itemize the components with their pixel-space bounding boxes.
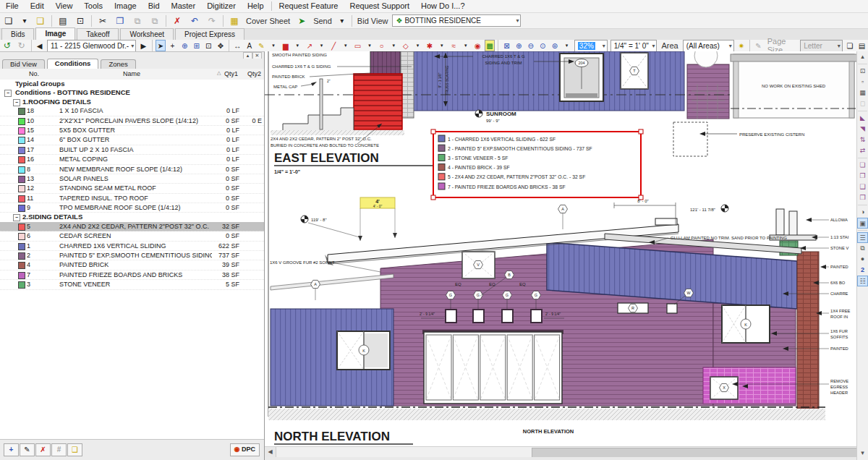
nav-back-icon[interactable]: ↺ [1,38,14,53]
scroll-left-icon[interactable]: ◀ [265,447,276,457]
grid-header[interactable]: No. Name △ Qty1 Qty2 [0,69,264,80]
eraser-icon[interactable]: ◻ [857,98,868,109]
collapse-box-icon[interactable]: − [13,214,20,221]
zoom-out-icon[interactable]: ⊖ [525,40,536,51]
page-icon[interactable]: ❏ [845,40,856,51]
rotate-right-icon[interactable]: ◥ [857,124,868,135]
copy-icon[interactable]: ❐ [112,14,128,28]
nav-forward-icon[interactable]: ↻ [15,38,28,53]
star-dropdown-icon[interactable]: ▾ [436,40,447,51]
tab-project-express[interactable]: Project Express [175,28,244,40]
sidebar-expand-icon[interactable]: ▾ [857,448,868,459]
dpc-button[interactable]: ◉ DPC [230,443,260,456]
takeoff-legend[interactable]: 1 - CHARRED 1X6 VERTICAL SLIDING - 622 S… [431,129,643,200]
list-view-icon[interactable]: ☰ [857,232,868,243]
tab-conditions[interactable]: Conditions [47,59,99,69]
ellipse-dropdown-icon[interactable]: ▾ [388,40,399,51]
rect-dropdown-icon[interactable]: ▾ [365,40,375,51]
wand-icon[interactable]: ✷ [736,40,747,51]
table-row[interactable]: 13SOLAR PANELS0 SF [0,174,264,184]
dot-icon[interactable]: ● [857,254,868,265]
polygon-dropdown-icon[interactable]: ▾ [412,40,423,51]
horizontal-scrollbar[interactable]: ◀ [265,446,857,458]
image-area-icon[interactable]: ▩ [485,40,495,51]
new-group-button[interactable]: ❑ [67,443,82,456]
pencil-tool-icon[interactable]: ✎ [256,40,267,51]
print-preview-icon[interactable]: ⊡ [72,14,88,28]
tree-group-conditions[interactable]: −Conditions - BOTTING RESIDENCE [0,88,264,97]
page-size-combo[interactable]: Letter ▾ [800,40,842,52]
menu-request-support[interactable]: Request Support [344,0,415,12]
highlight-tool-icon[interactable]: ▆ [280,40,291,51]
delete-condition-button[interactable]: ✗ [35,443,51,456]
record-annotation-icon[interactable]: ◉ [472,40,483,51]
legend-icon[interactable]: ☷ [857,276,868,286]
table-row[interactable]: 7PAINTED FRIEZE BOARDS AND BRICKS38 SF [0,271,264,280]
area-combo[interactable]: (All Areas) ▾ [683,40,734,52]
calc-button[interactable]: # [51,443,67,456]
zoom-in-icon[interactable]: ⊕ [514,40,524,51]
scale-combo[interactable]: 1/4" = 1' 0" ▾ [610,40,658,52]
cover-sheet-button[interactable]: Cover Sheet [243,17,293,25]
paste-icon[interactable]: ⧉ [129,14,145,28]
table-row[interactable]: 12STANDING SEAM METAL ROOF0 SF [0,184,264,193]
sidebar-collapse-icon[interactable]: ▴ [857,51,868,62]
menu-image[interactable]: Image [109,0,142,12]
table-row[interactable]: 6CEDAR SCREEN0 SF [0,231,264,241]
select-tool-icon[interactable]: ➤ [156,40,166,51]
new-bid-icon[interactable]: ❏ [1,14,17,28]
column-no[interactable]: No. [29,70,39,77]
arrow-annotation-icon[interactable]: ↗ [305,40,315,51]
union-icon[interactable]: ❏ [857,160,868,171]
menu-help[interactable]: Help [242,0,270,12]
table-row[interactable]: 9TPO MEMBRANE ROOF SLOPE (1/4:12)0 SF [0,203,264,213]
sort-icon[interactable]: △ [217,70,221,76]
send-icon[interactable]: ➤ [294,14,310,28]
tab-worksheet[interactable]: Worksheet [120,28,174,40]
exclude-icon[interactable]: ❒ [857,192,868,203]
count-icon[interactable]: 2 [857,265,868,276]
polygon-annotation-icon[interactable]: ◇ [401,40,412,51]
table-row[interactable]: 4PAINTED BRICK39 SF [0,260,264,270]
zoom-fit-icon[interactable]: ⊠ [501,40,512,51]
print-image-icon[interactable]: ▤ [856,40,867,51]
undo-icon[interactable]: ↶ [187,14,203,28]
blueprint-viewport[interactable]: 204 T NO WORK ON EXISTING SHED PRESERVE … [265,51,857,446]
tab-zones[interactable]: Zones [101,59,135,69]
open-icon[interactable]: ❑ [33,14,48,28]
menu-master[interactable]: Master [166,0,202,12]
table-row[interactable]: 155X5 BOX GUTTER0 LF [0,126,264,135]
menu-bid[interactable]: Bid [142,0,166,12]
cedar-takeoff-highlight[interactable] [354,74,402,129]
tree-group-roofing[interactable]: −1.ROOFING DETAILS [0,98,264,106]
line-dropdown-icon[interactable]: ▾ [340,40,351,51]
marquee-icon[interactable]: ▫ [857,77,868,88]
send-dropdown-icon[interactable]: ▾ [336,15,349,27]
zoom-level-combo[interactable]: 32% ▾ [574,40,608,52]
collapse-box-icon[interactable]: − [4,90,12,97]
subtract-icon[interactable]: ❐ [857,171,868,182]
zoom-100-icon[interactable]: ⊙ [537,40,548,51]
zoom-dropdown-icon[interactable]: ▾ [561,40,572,51]
zoom-select-tool-icon[interactable]: ⊡ [203,40,214,51]
edit-condition-button[interactable]: ✎ [20,443,35,456]
rect-annotation-icon[interactable]: ▭ [352,40,363,51]
arrow-dropdown-icon[interactable]: ▾ [316,40,327,51]
page-next-icon[interactable]: ▶ [138,40,149,51]
curve-annotation-icon[interactable]: ≈ [448,40,459,51]
column-qty1[interactable]: Qty1 [224,70,238,77]
collapse-box-icon[interactable]: − [13,99,20,106]
highlight-dropdown-icon[interactable]: ▾ [292,40,303,51]
grid-icon[interactable]: ▦ [857,88,868,98]
bid-select-combo[interactable]: ❖ BOTTING RESIDENCE ▾ [392,14,521,27]
table-row[interactable]: 181 X 10 FASCIA0 LF [0,106,264,116]
transform-icon[interactable]: ⊡ [857,66,868,77]
delete-icon[interactable]: ✗ [169,14,185,28]
cover-sheet-icon[interactable]: ▦ [226,14,242,28]
column-qty2[interactable]: Qty2 [247,70,261,77]
duplicate-icon[interactable]: ⧉ [857,243,868,254]
table-row[interactable]: 8NEW MEMBRANE ROOF SLOPE (1/4:12)0 SF [0,165,264,174]
table-row-selected[interactable]: 52X4 AND 2X2 CEDAR, PATTERN 2"POST 32" O… [0,222,264,231]
table-row[interactable]: 3STONE VENEER5 SF [0,280,264,289]
contrast-icon[interactable]: ◑ [857,207,868,218]
